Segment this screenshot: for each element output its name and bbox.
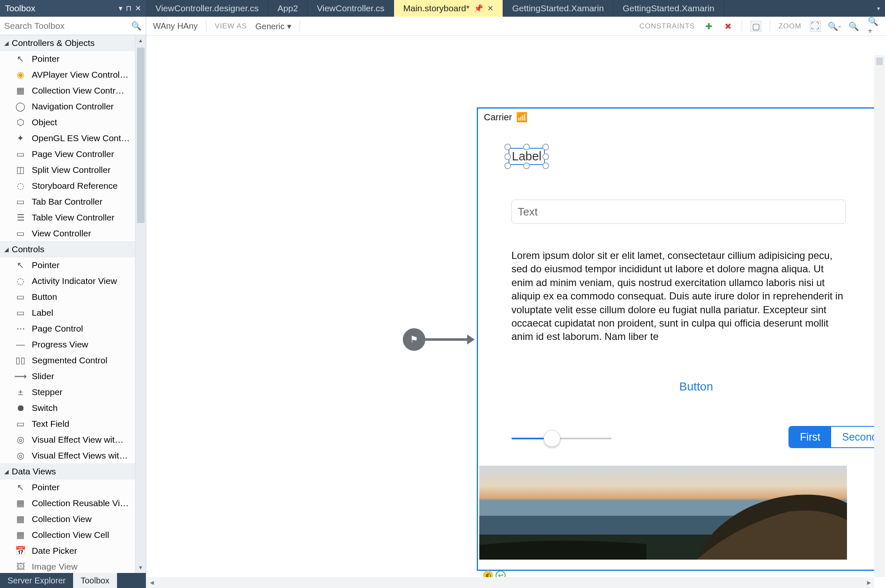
collectionview-icon: ▦ [15,514,26,525]
category-controls[interactable]: ◢Controls [0,241,135,257]
slider-knob[interactable] [544,430,560,447]
uibutton[interactable]: Button [478,380,885,393]
uiimageview[interactable] [479,466,847,560]
splitview-icon: ◫ [15,165,26,175]
zoom-fit-icon[interactable]: ⛶ [810,21,821,32]
category-dataviews[interactable]: ◢Data Views [0,464,135,479]
scroll-down-icon[interactable]: ▼ [135,562,146,573]
close-icon[interactable]: ✕ [135,4,141,13]
toolbox-item[interactable]: ▦Collection View Cell [0,527,135,543]
toolbox-item[interactable]: ◫Split View Controller [0,162,135,178]
toolbox-item[interactable]: ▦Collection View [0,511,135,527]
toolbox-item[interactable]: ⋯Page Control [0,321,135,337]
resize-handle[interactable] [542,153,549,160]
remove-constraint-icon[interactable]: ✖ [722,21,733,32]
switch-icon: ⏺ [15,403,26,413]
uislider[interactable] [511,430,612,447]
view-as-dropdown[interactable]: Generic ▾ [255,21,291,31]
uitextfield[interactable]: Text [511,200,846,224]
toolbox-item[interactable]: ▦Collection View Contr… [0,83,135,99]
tab-viewcontroller[interactable]: ViewController.cs [308,0,394,17]
size-class[interactable]: WAny HAny [153,21,198,31]
tab-overflow-menu[interactable]: ▾ [872,0,885,17]
activity-icon: ◌ [15,276,26,286]
zoom-out-icon[interactable]: 🔍- [829,21,840,32]
tab-toolbox[interactable]: Toolbox [73,573,117,588]
pin-icon[interactable]: 📌 [474,4,483,13]
flag-icon: ⚑ [403,328,425,351]
segment-first[interactable]: First [789,427,832,447]
zoom-reset-icon[interactable]: 🔍 [848,21,859,32]
resize-handle[interactable] [504,162,511,169]
entry-point-arrow[interactable]: ⚑ [403,328,475,351]
resize-handle[interactable] [504,144,511,150]
designer-vertical-scrollbar[interactable] [874,55,885,577]
add-constraint-icon[interactable]: ✚ [703,21,714,32]
designer-surface: WAny HAny VIEW AS Generic ▾ CONSTRAINTS … [146,17,885,588]
toolbox-item[interactable]: ▭Text Field [0,416,135,432]
toolbox-item[interactable]: 🖼Image View [0,559,135,573]
toolbox-item[interactable]: ✦OpenGL ES View Cont… [0,130,135,146]
toolbox-item[interactable]: ↖Pointer [0,51,135,67]
toolbox-item[interactable]: ▭Button [0,289,135,305]
tab-main-storyboard[interactable]: Main.storyboard* 📌 ✕ [394,0,503,17]
resize-handle[interactable] [542,144,549,150]
toolbox-item[interactable]: ▭View Controller [0,226,135,241]
toolbox-item[interactable]: ◎Visual Effect Views wit… [0,448,135,464]
slider-icon: ⟿ [15,371,26,382]
uilabel-selected[interactable]: Label [509,148,545,165]
toolbox-item[interactable]: ◉AVPlayer View Control… [0,67,135,83]
toolbox-item[interactable]: ⟿Slider [0,368,135,384]
toolbox-item[interactable]: ▭Label [0,305,135,321]
imageview-icon: 🖼 [15,561,26,572]
pin-icon[interactable]: ⊓ [126,4,132,13]
scroll-up-icon[interactable]: ▲ [135,35,146,46]
toolbox-item[interactable]: ±Stepper [0,384,135,400]
toolbox-item[interactable]: ◎Visual Effect View wit… [0,432,135,448]
toolbox-scrollbar[interactable]: ▲ ▼ [135,35,146,573]
category-controllers[interactable]: ◢Controllers & Objects [0,35,135,51]
toolbox-item[interactable]: ⏺Switch [0,400,135,416]
button-icon: ▭ [15,291,26,302]
frame-toggle-icon[interactable]: ▢ [750,21,761,32]
toolbox-item[interactable]: ▦Collection Reusable Vi… [0,495,135,511]
tab-gettingstarted-1[interactable]: GettingStarted.Xamarin [503,0,613,17]
toolbox-item[interactable]: —Progress View [0,337,135,352]
toolbox-item[interactable]: ◯Navigation Controller [0,99,135,114]
toolbox-item[interactable]: ▭Tab Bar Controller [0,194,135,210]
uitextview[interactable]: Lorem ipsum dolor sit er elit lamet, con… [511,249,846,344]
resize-handle[interactable] [504,153,511,160]
zoom-in-icon[interactable]: 🔍+ [867,21,878,32]
scroll-thumb[interactable] [137,48,145,223]
storyboard-canvas[interactable]: ⚑ Carrier 📶 Label [146,36,885,588]
search-input[interactable] [4,21,131,31]
opengl-icon: ✦ [15,133,26,144]
resize-handle[interactable] [542,162,549,169]
tab-gettingstarted-2[interactable]: GettingStarted.Xamarin [613,0,724,17]
toolbox-item[interactable]: 📅Date Picker [0,543,135,559]
toolbox-item[interactable]: ▯▯Segmented Control [0,352,135,368]
toolbox-item[interactable]: ↖Pointer [0,257,135,273]
toolbox-item[interactable]: ↖Pointer [0,479,135,495]
toolbox-item[interactable]: ▭Page View Controller [0,146,135,162]
toolbox-item[interactable]: ☰Table View Controller [0,210,135,226]
toolbox-item[interactable]: ⬡Object [0,114,135,130]
designer-horizontal-scrollbar[interactable]: ◀ ▶ [146,577,874,588]
tab-server-explorer[interactable]: Server Explorer [0,573,73,588]
scroll-left-icon[interactable]: ◀ [146,580,157,585]
chevron-down-icon[interactable]: ▾ [119,4,122,13]
resize-handle[interactable] [523,162,530,169]
tab-app2[interactable]: App2 [268,0,308,17]
scroll-right-icon[interactable]: ▶ [863,580,874,585]
toolbox-item[interactable]: ◌Activity Indicator View [0,273,135,289]
search-icon[interactable]: 🔍 [131,21,142,31]
view-controller-scene[interactable]: Carrier 📶 Label [477,107,885,571]
tab-viewcontroller-designer[interactable]: ViewController.designer.cs [146,0,268,17]
toolbox-title: Toolbox [5,3,35,13]
document-tabs: Toolbox ▾ ⊓ ✕ ViewController.designer.cs… [0,0,885,17]
tabbar-icon: ▭ [15,196,26,207]
close-icon[interactable]: ✕ [487,4,493,13]
scroll-thumb[interactable] [876,58,883,65]
toolbox-search: 🔍 [0,17,146,35]
toolbox-item[interactable]: ◌Storyboard Reference [0,178,135,194]
